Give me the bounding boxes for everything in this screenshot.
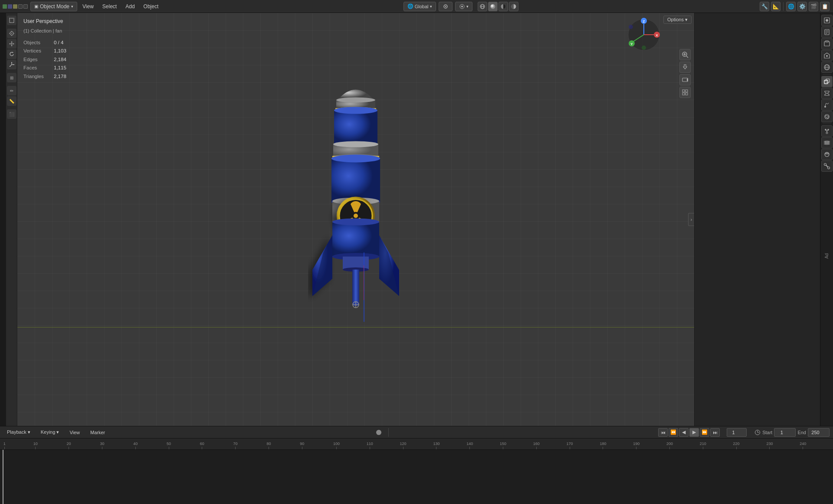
svg-rect-77 [682, 90, 685, 92]
play-btn[interactable]: ▶ [689, 428, 699, 437]
next-keyframe-btn[interactable]: ⏩ [700, 428, 709, 437]
jump-to-start-btn[interactable]: ⏮ [658, 428, 668, 437]
menu-add[interactable]: Add [121, 2, 139, 11]
prev-keyframe-btn[interactable]: ⏪ [669, 428, 678, 437]
navigation-gizmo[interactable]: Z Y X [626, 17, 661, 52]
svg-point-27 [336, 98, 375, 103]
keying-menu[interactable]: Keying ▾ [37, 429, 63, 436]
measure-tool[interactable]: 📏 [7, 96, 16, 106]
proportional-btn[interactable]: ▾ [455, 2, 472, 11]
select-box-tool[interactable] [7, 16, 16, 25]
viewport-shading-solid[interactable] [488, 2, 498, 11]
viewport-shading-lookdev[interactable] [498, 2, 508, 11]
scene-icon[interactable]: 🎬 [809, 2, 818, 11]
svg-line-98 [828, 103, 829, 104]
svg-point-47 [354, 214, 358, 218]
zoom-in-btn[interactable] [679, 49, 691, 60]
rpanel-tab-constraints[interactable] [821, 125, 833, 137]
stats-vertices: Vertices 1,103 [23, 47, 66, 56]
top-bar-center: 🌐 Global ▾ ▾ [165, 2, 756, 11]
svg-rect-20 [13, 64, 14, 65]
keyframe-dot [376, 430, 381, 435]
svg-text:Z: Z [643, 20, 645, 23]
stats-objects: Objects 0 / 4 [23, 39, 66, 47]
menu-object[interactable]: Object [139, 2, 163, 11]
marker-menu[interactable]: Marker [87, 429, 108, 436]
rotate-tool[interactable] [7, 49, 16, 59]
svg-rect-55 [352, 270, 359, 304]
editor-type-icon[interactable]: 🔧 [760, 2, 769, 11]
viewport-collapse-arrow[interactable]: › [688, 213, 694, 226]
rpanel-tab-object[interactable] [821, 76, 833, 87]
grab-btn[interactable] [679, 62, 691, 73]
viewport-shading-rendered[interactable] [509, 2, 518, 11]
svg-rect-78 [685, 90, 688, 92]
svg-rect-37 [331, 159, 380, 202]
viewport-tools-right [679, 17, 691, 98]
timeline: Playback ▾ Keying ▾ View Marker ⏮ ⏪ ◀ ▶ … [0, 426, 833, 504]
rpanel-tab-view-layer[interactable] [821, 38, 833, 49]
rpanel-tab-physics[interactable] [821, 111, 833, 122]
svg-point-3 [461, 6, 463, 7]
svg-rect-22 [11, 62, 12, 63]
menu-view[interactable]: View [78, 2, 98, 11]
preferences-icon[interactable]: ⚙️ [797, 2, 807, 11]
online-access-icon[interactable]: 🌐 [786, 2, 796, 11]
rpanel-tab-output[interactable] [821, 26, 833, 38]
clock-icon [754, 429, 761, 435]
jump-to-end-btn[interactable]: ⏭ [710, 428, 720, 437]
viewport-info: User Perspective (1) Collection | fan Ob… [23, 17, 66, 81]
rpanel-tab-bone[interactable] [821, 160, 833, 172]
svg-rect-24 [10, 66, 10, 67]
rocket-model [299, 84, 412, 331]
view-layer-icon[interactable]: 📋 [820, 2, 830, 11]
add-cube-tool[interactable]: ⬛ [7, 109, 16, 119]
svg-point-12 [11, 33, 12, 34]
svg-rect-103 [826, 132, 828, 134]
current-frame-input[interactable] [727, 428, 747, 437]
timeline-area[interactable] [0, 450, 833, 504]
stats-edges: Edges 2,184 [23, 56, 66, 64]
rpanel-tab-particles[interactable] [821, 99, 833, 111]
rpanel-tab-scene[interactable] [821, 50, 833, 61]
viewport[interactable]: User Perspective (1) Collection | fan Ob… [17, 13, 694, 426]
viewport-shading-wireframe[interactable] [478, 2, 487, 11]
playback-menu[interactable]: Playback ▾ [3, 429, 34, 436]
end-frame-input[interactable] [808, 428, 830, 437]
annotate-tool[interactable]: ✏ [7, 86, 16, 95]
workspace-header-icon[interactable]: 📐 [771, 2, 781, 11]
camera-view-btn[interactable] [679, 74, 691, 85]
playhead [3, 450, 3, 504]
snap-btn[interactable] [439, 2, 453, 11]
svg-point-31 [334, 107, 377, 114]
view-menu[interactable]: View [66, 429, 83, 436]
proportional-icon [459, 3, 465, 10]
start-frame-input[interactable] [774, 428, 796, 437]
rpanel-tab-world[interactable] [821, 62, 833, 73]
rpanel-tab-material[interactable] [821, 149, 833, 160]
svg-point-1 [445, 6, 446, 7]
transform-tool[interactable]: ⊞ [7, 73, 16, 82]
global-transform-btn[interactable]: 🌐 Global ▾ [403, 2, 436, 11]
clock-icon-container [754, 429, 761, 435]
rpanel-tab-data[interactable] [821, 137, 833, 148]
svg-point-38 [331, 155, 380, 163]
timeline-header: Playback ▾ Keying ▾ View Marker ⏮ ⏪ ◀ ▶ … [0, 426, 833, 439]
grid-view-btn[interactable] [679, 87, 691, 98]
cursor-tool[interactable] [7, 29, 16, 38]
play-reverse-btn[interactable]: ◀ [679, 428, 689, 437]
svg-rect-80 [685, 93, 688, 95]
stats-triangles: Triangles 2,178 [23, 72, 66, 81]
collection-label: (1) Collection | fan [23, 27, 66, 35]
rpanel-tab-render[interactable] [821, 15, 833, 26]
options-btn[interactable]: Options ▾ [663, 16, 692, 24]
svg-rect-10 [10, 18, 14, 23]
rpanel-tab-modifiers[interactable] [821, 88, 833, 99]
stats-table: Objects 0 / 4 Vertices 1,103 Edges 2,184… [23, 39, 66, 81]
scale-tool[interactable] [7, 60, 16, 69]
ad-label: Ad [824, 253, 829, 259]
move-tool[interactable] [7, 39, 16, 49]
mode-selector[interactable]: ▣ Object Mode ▾ [30, 2, 77, 11]
menu-select[interactable]: Select [98, 2, 121, 11]
stats-faces: Faces 1,115 [23, 64, 66, 72]
